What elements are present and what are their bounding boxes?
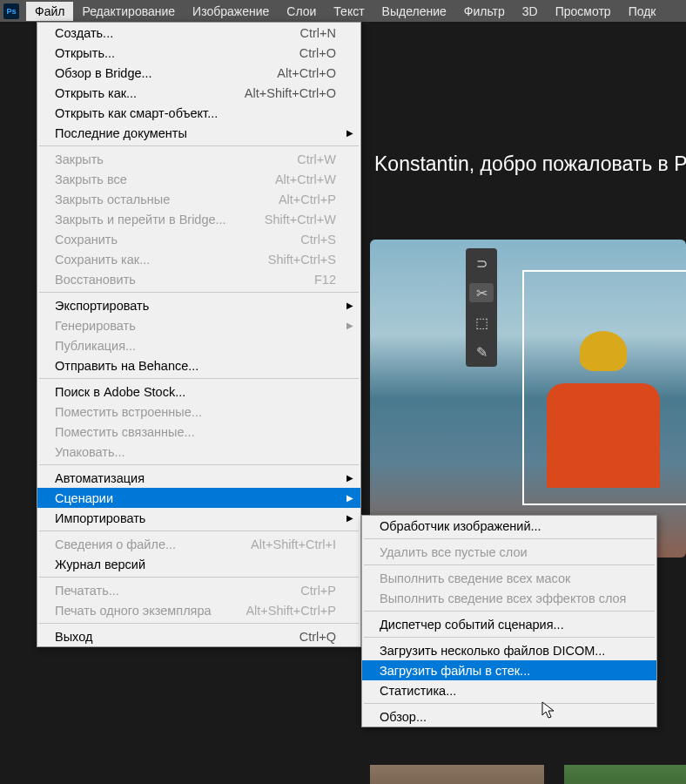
menu-item-shortcut: Alt+Ctrl+W [275,172,336,186]
menu-item-label: Статистика... [380,684,456,698]
file-menu-item-g1-3[interactable]: Открыть как...Alt+Shift+Ctrl+O [37,83,360,103]
file-menu-item-g4-1: Поместить встроенные... [37,402,360,422]
menu-item-label: Создать... [55,26,113,40]
scripts-submenu-item-g5-2[interactable]: Статистика... [362,680,656,700]
menubar-item-1[interactable]: Редактирование [73,2,184,21]
menu-separator [364,611,655,612]
file-menu-item-g2-2: Закрыть остальныеAlt+Ctrl+P [37,189,360,209]
menubar-item-0[interactable]: Файл [26,2,73,21]
menu-item-label: Экспортировать [55,299,149,313]
menu-item-label: Закрыть [55,152,104,166]
menu-item-shortcut: Alt+Shift+Ctrl+I [251,537,336,551]
menu-separator [39,577,359,578]
file-menu-item-g2-6: ВосстановитьF12 [37,269,360,289]
menu-item-label: Поиск в Adobe Stock... [55,385,185,399]
menu-item-label: Диспетчер событий сценария... [380,618,564,632]
menu-item-shortcut: Ctrl+Q [299,630,336,644]
crop-icon: ✂ [469,283,494,302]
menu-item-label: Обработчик изображений... [380,519,541,533]
menu-item-label: Закрыть остальные [55,193,170,206]
menubar-item-2[interactable]: Изображение [184,2,278,21]
scripts-submenu-item-g5-0[interactable]: Загрузить несколько файлов DICOM... [362,640,656,660]
scripts-submenu-item-g4-0[interactable]: Диспетчер событий сценария... [362,614,656,634]
menu-item-label: Закрыть все [55,172,127,186]
file-menu-item-g3-1: Генерировать▶ [37,315,360,335]
menu-item-label: Отправить на Behance... [55,359,198,373]
menu-separator [364,703,655,704]
menu-item-label: Обзор... [380,710,427,724]
thumbnail-2[interactable] [564,765,686,784]
menu-separator [39,292,359,293]
menu-separator [39,145,359,146]
file-menu-item-g6-1[interactable]: Журнал версий [37,554,360,574]
file-menu-item-g4-3: Упаковать... [37,442,360,462]
menubar-item-6[interactable]: Фильтр [455,2,514,21]
file-menu-item-g5-2[interactable]: Импортировать▶ [37,508,360,528]
file-menu-item-g2-5: Сохранить как...Shift+Ctrl+S [37,249,360,269]
file-menu-item-g8-0[interactable]: ВыходCtrl+Q [37,626,360,646]
file-menu-item-g5-1[interactable]: Сценарии▶ [37,488,360,508]
menu-item-label: Выполнить сведение всех эффектов слоя [380,591,626,605]
menu-item-label: Открыть... [55,46,115,60]
menu-separator [39,623,359,624]
menu-item-shortcut: Alt+Ctrl+O [277,66,336,80]
file-menu-item-g2-0: ЗакрытьCtrl+W [37,149,360,169]
menu-item-label: Журнал версий [55,558,145,571]
menu-item-label: Восстановить [55,273,136,287]
menu-item-label: Сценарии [55,491,113,505]
menu-item-label: Сведения о файле... [55,537,176,551]
menu-separator [364,564,655,565]
menu-item-label: Закрыть и перейти в Bridge... [55,213,226,226]
menu-item-shortcut: Shift+Ctrl+W [265,213,336,226]
menu-item-label: Обзор в Bridge... [55,66,152,80]
file-menu-item-g4-2: Поместить связанные... [37,422,360,442]
menu-item-shortcut: Shift+Ctrl+S [268,253,336,267]
menu-separator [39,378,359,379]
scripts-submenu-item-g1-0[interactable]: Обработчик изображений... [362,516,656,536]
object-select-icon: ⬚ [469,313,494,332]
menubar-item-5[interactable]: Выделение [373,2,455,21]
file-menu-item-g3-3[interactable]: Отправить на Behance... [37,355,360,375]
scripts-submenu-item-g6-0[interactable]: Обзор... [362,706,656,727]
file-menu-item-g1-1[interactable]: Открыть...Ctrl+O [37,43,360,63]
file-menu-item-g1-0[interactable]: Создать...Ctrl+N [37,23,360,43]
thumbnail-1[interactable] [370,765,544,784]
scripts-submenu: Обработчик изображений...Удалить все пус… [361,515,657,727]
submenu-arrow-icon: ▶ [346,473,353,483]
file-menu-dropdown: Создать...Ctrl+NОткрыть...Ctrl+OОбзор в … [37,22,361,647]
menubar-item-3[interactable]: Слои [278,2,325,21]
file-menu-item-g2-1: Закрыть всеAlt+Ctrl+W [37,169,360,189]
menu-separator [364,637,655,638]
submenu-arrow-icon: ▶ [346,493,353,503]
scripts-submenu-item-g3-1: Выполнить сведение всех эффектов слоя [362,588,656,608]
menubar-item-9[interactable]: Подк [620,2,665,21]
lasso-icon: ⊃ [469,253,494,273]
file-menu-item-g2-4: СохранитьCtrl+S [37,229,360,249]
scripts-submenu-item-g5-1[interactable]: Загрузить файлы в стек... [362,660,656,680]
menubar-item-7[interactable]: 3D [514,2,547,21]
preview-image: ⊃ ✂ ⬚ ✎ [370,240,686,558]
menu-item-label: Открыть как смарт-объект... [55,106,218,120]
scripts-submenu-item-g3-0: Выполнить сведение всех масок [362,568,656,588]
menu-item-label: Автоматизация [55,471,145,485]
menu-item-shortcut: Ctrl+O [299,46,336,60]
menu-item-label: Выполнить сведение всех масок [380,571,570,585]
file-menu-item-g3-0[interactable]: Экспортировать▶ [37,295,360,315]
menu-item-shortcut: F12 [314,273,336,287]
menu-item-shortcut: Ctrl+W [297,152,336,166]
menu-separator [39,531,359,531]
file-menu-item-g1-5[interactable]: Последние документы▶ [37,123,360,143]
file-menu-item-g4-0[interactable]: Поиск в Adobe Stock... [37,382,360,402]
menu-item-shortcut: Alt+Shift+Ctrl+O [245,86,336,100]
file-menu-item-g5-0[interactable]: Автоматизация▶ [37,468,360,488]
file-menu-item-g1-4[interactable]: Открыть как смарт-объект... [37,103,360,123]
menubar-item-8[interactable]: Просмотр [547,2,620,21]
menu-item-label: Печать одного экземпляра [55,604,212,618]
file-menu-item-g3-2: Публикация... [37,335,360,355]
file-menu-item-g7-1: Печать одного экземпляраAlt+Shift+Ctrl+P [37,600,360,620]
menu-item-label: Поместить встроенные... [55,405,202,419]
menubar-item-4[interactable]: Текст [325,2,373,21]
menu-separator [39,464,359,465]
file-menu-item-g1-2[interactable]: Обзор в Bridge...Alt+Ctrl+O [37,63,360,83]
submenu-arrow-icon: ▶ [346,321,353,330]
